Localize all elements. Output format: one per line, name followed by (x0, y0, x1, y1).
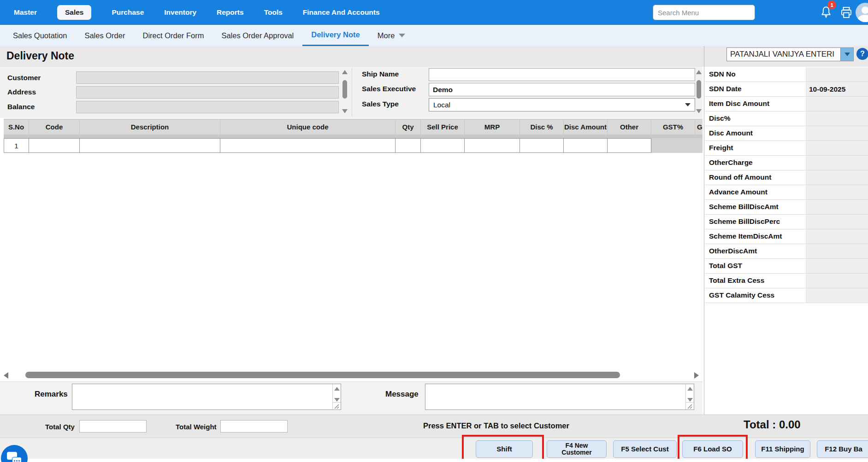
sales-sub-navigation: Sales Quotation Sales Order Direct Order… (0, 25, 868, 46)
summary-value[interactable] (806, 67, 868, 82)
horizontal-scrollbar-thumb[interactable] (25, 372, 620, 378)
summary-value[interactable] (806, 97, 868, 111)
scrollbar-thumb[interactable] (342, 80, 347, 99)
nav-item-reports[interactable]: Reports (217, 8, 244, 17)
summary-row-sdn-date: SDN Date 10-09-2025 (705, 82, 868, 97)
summary-value[interactable] (806, 156, 868, 170)
summary-row-other-charge: OtherCharge (705, 156, 868, 170)
summary-value[interactable] (806, 259, 868, 273)
scroll-left-arrow-icon[interactable] (4, 372, 8, 379)
scroll-up-arrow-icon[interactable] (334, 387, 340, 391)
summary-row-total-extra-cess: Total Extra Cess (705, 274, 868, 288)
scrollbar-thumb[interactable] (697, 80, 701, 99)
subnav-item-sales-quotation[interactable]: Sales Quotation (4, 25, 76, 46)
f4-new-customer-button[interactable]: F4 New Customer (547, 440, 607, 458)
summary-value[interactable] (806, 111, 868, 126)
summary-value[interactable] (806, 288, 868, 303)
subnav-item-sales-order[interactable]: Sales Order (76, 25, 134, 46)
total-qty-input[interactable] (79, 420, 147, 433)
message-scroll-rail[interactable] (685, 384, 694, 409)
summary-value[interactable] (806, 215, 868, 229)
cell-description[interactable] (80, 138, 220, 153)
cell-unique-code[interactable] (220, 138, 396, 153)
form-vertical-scrollbar-left[interactable] (341, 69, 348, 114)
summary-label: Advance Amount (709, 188, 768, 196)
cell-other[interactable] (608, 138, 651, 153)
scroll-down-arrow-icon[interactable] (334, 398, 340, 402)
message-textarea[interactable] (425, 384, 694, 410)
printer-icon[interactable] (840, 6, 853, 20)
cell-sno[interactable]: 1 (4, 138, 29, 153)
remarks-textarea[interactable] (72, 384, 341, 410)
scroll-up-arrow-icon[interactable] (687, 387, 693, 391)
cell-mrp[interactable] (465, 138, 520, 153)
summary-value[interactable] (806, 229, 868, 244)
summary-row-freight: Freight (705, 141, 868, 156)
help-icon[interactable]: ? (856, 48, 868, 60)
company-selector-value: PATANJALI VANIJYA ENTERI (727, 48, 840, 61)
summary-row-disc-amount: Disc Amount (705, 126, 868, 141)
subnav-item-more[interactable]: More (369, 25, 414, 46)
search-menu-input[interactable] (653, 5, 755, 20)
form-vertical-scrollbar-right[interactable] (695, 69, 703, 114)
company-dropdown-button[interactable] (840, 48, 853, 61)
summary-row-advance-amount: Advance Amount (705, 185, 868, 200)
summary-row-scheme-billdiscperc: Scheme BillDiscPerc (705, 215, 868, 229)
summary-label: Disc% (709, 114, 731, 123)
summary-value[interactable]: 10-09-2025 (806, 82, 868, 96)
cell-qty[interactable] (396, 138, 421, 153)
scroll-down-arrow-icon[interactable] (687, 398, 693, 402)
ship-name-label: Ship Name (362, 70, 399, 78)
nav-item-finance-and-accounts[interactable]: Finance And Accounts (303, 8, 380, 17)
chevron-down-icon (685, 103, 691, 106)
customer-label: Customer (7, 74, 41, 82)
ship-name-input[interactable] (429, 68, 695, 81)
summary-value[interactable] (806, 244, 868, 258)
scroll-up-arrow-icon[interactable] (342, 70, 348, 74)
f12-buy-back-button[interactable]: F12 Buy Ba (817, 440, 868, 458)
remarks-scroll-rail[interactable] (332, 384, 341, 409)
nav-item-sales[interactable]: Sales (57, 5, 92, 20)
nav-item-tools[interactable]: Tools (264, 8, 283, 17)
sales-type-label: Sales Type (362, 100, 399, 108)
subnav-item-direct-order-form[interactable]: Direct Order Form (134, 25, 213, 46)
summary-value[interactable] (806, 274, 868, 288)
sales-type-select[interactable]: Local (429, 98, 695, 111)
chevron-down-icon (844, 53, 850, 56)
nav-item-purchase[interactable]: Purchase (112, 8, 144, 17)
summary-value[interactable] (806, 141, 868, 155)
summary-value[interactable] (806, 200, 868, 214)
total-weight-input[interactable] (220, 420, 288, 433)
total-weight-label: Total Weight (176, 423, 217, 431)
summary-row-gst-calamity-cess: GST Calamity Cess (705, 288, 868, 303)
nav-item-master[interactable]: Master (14, 8, 37, 17)
nav-item-inventory[interactable]: Inventory (164, 8, 196, 17)
cell-code[interactable] (29, 138, 80, 153)
table-row-1: 1 (4, 138, 703, 153)
f6-load-so-button[interactable]: F6 Load SO (682, 440, 743, 458)
summary-label: Scheme ItemDiscAmt (709, 232, 782, 240)
cell-disc-amount[interactable] (564, 138, 608, 153)
summary-label: OtherCharge (709, 158, 753, 167)
summary-value[interactable] (806, 126, 868, 140)
shift-button[interactable]: Shift (476, 440, 533, 458)
cell-disc-percent[interactable] (520, 138, 564, 153)
cell-sell-price[interactable] (421, 138, 465, 153)
company-selector[interactable]: PATANJALI VANIJYA ENTERI (726, 47, 854, 61)
sales-executive-input[interactable] (429, 83, 695, 96)
scroll-down-arrow-icon[interactable] (342, 109, 348, 113)
subnav-item-delivery-note[interactable]: Delivery Note (302, 25, 368, 46)
resize-handle-icon[interactable] (333, 402, 341, 409)
resize-handle-icon[interactable] (686, 402, 694, 409)
summary-row-round-off-amount: Round off Amount (705, 170, 868, 185)
scroll-right-arrow-icon[interactable] (694, 372, 699, 379)
subnav-item-sales-order-approval[interactable]: Sales Order Approval (213, 25, 302, 46)
summary-value[interactable] (806, 185, 868, 199)
scroll-up-arrow-icon[interactable] (696, 70, 702, 74)
scroll-down-arrow-icon[interactable] (696, 109, 702, 113)
summary-label: Total Extra Cess (709, 276, 764, 285)
f5-select-cust-button[interactable]: F5 Select Cust (613, 440, 677, 458)
column-header-gst-percent: GST% (651, 119, 695, 135)
f11-shipping-button[interactable]: F11 Shipping (755, 440, 810, 458)
summary-value[interactable] (806, 170, 868, 185)
